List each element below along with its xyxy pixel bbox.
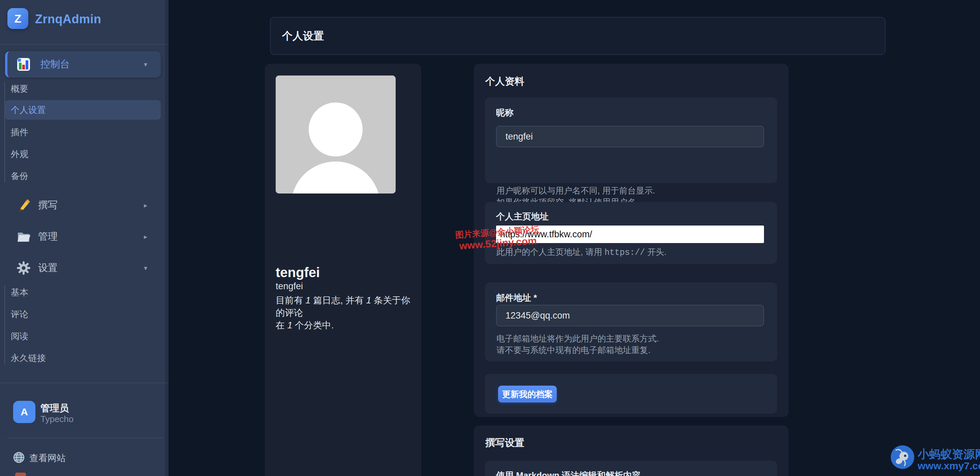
sidebar-group-settings[interactable]: 设置 ▾ (5, 255, 161, 281)
email-input[interactable] (496, 305, 764, 326)
nickname-label: 昵称 (496, 107, 514, 119)
markdown-field-card: 使用 Markdown 语法编辑和解析内容 (485, 461, 777, 476)
sidebar-item-label: 永久链接 (11, 352, 46, 364)
update-profile-button[interactable]: 更新我的档案 (498, 386, 557, 403)
sidebar-item-basic[interactable]: 基本 (5, 282, 161, 302)
globe-icon (13, 452, 25, 465)
profile-stats: 目前有 1 篇日志, 并有 1 条关于你的评论 在 1 个分类中. (276, 294, 414, 332)
brand-logo-letter: Z (14, 12, 22, 25)
bar-chart-icon (16, 57, 31, 72)
homepage-help-prefix: 此用户的个人主页地址, 请用 (496, 247, 605, 256)
sidebar-item-backup[interactable]: 备份 (5, 166, 161, 186)
sidebar: Z ZrnqAdmin 控制台 ▾ 概要 个人设置 插件 外观 备份 (0, 0, 169, 476)
email-label: 邮件地址 * (496, 292, 537, 304)
nickname-help-1: 用户昵称可以与用户名不同, 用于前台显示. (496, 185, 655, 196)
view-site-link[interactable]: 查看网站 (13, 452, 66, 465)
writing-settings-panel: 撰写设置 使用 Markdown 语法编辑和解析内容 (474, 425, 789, 476)
divider (0, 383, 169, 383)
divider (6, 438, 162, 438)
homepage-label: 个人主页地址 (496, 211, 549, 223)
sidebar-item-label: 插件 (11, 126, 28, 138)
folder-icon (16, 229, 31, 244)
homepage-input[interactable] (496, 226, 764, 243)
email-help-2: 请不要与系统中现有的电子邮箱地址重复. (496, 344, 651, 356)
nickname-field-card: 昵称 用户昵称可以与用户名不同, 用于前台显示. 如果你将此项留空, 将默认使用… (485, 97, 777, 183)
profile-avatar-placeholder (276, 75, 396, 194)
section-heading-writing: 撰写设置 (485, 436, 524, 450)
sidebar-item-reading[interactable]: 阅读 (5, 326, 161, 346)
sidebar-group-label: 控制台 (40, 58, 70, 71)
avatar: A (13, 401, 35, 423)
stats-text: 目前有 (276, 295, 305, 306)
user-platform: Typecho (40, 414, 73, 424)
avatar-letter: A (21, 406, 28, 418)
profile-form-panel: 个人资料 昵称 用户昵称可以与用户名不同, 用于前台显示. 如果你将此项留空, … (474, 64, 789, 417)
section-heading-profile: 个人资料 (485, 75, 524, 88)
chevron-right-icon: ▸ (144, 232, 147, 241)
sidebar-item-comments[interactable]: 评论 (5, 304, 161, 324)
gear-icon (16, 261, 31, 275)
sidebar-item-label: 概要 (11, 83, 28, 95)
sidebar-item-label: 基本 (11, 287, 28, 298)
chevron-right-icon: ▸ (144, 201, 147, 209)
homepage-help-suffix: 开头. (645, 247, 667, 256)
profile-summary-card: tengfei tengfei 目前有 1 篇日志, 并有 1 条关于你的评论 … (265, 64, 421, 476)
sidebar-group-label: 撰写 (38, 199, 57, 212)
email-help-1: 电子邮箱地址将作为此用户的主要联系方式. (496, 333, 659, 344)
stats-text: 个分类中. (293, 320, 334, 330)
profile-username: tengfei (276, 281, 303, 291)
stats-count-categories: 1 (288, 320, 293, 330)
watermark-site-url: www.xmy7.com (918, 460, 980, 471)
sidebar-item-overview[interactable]: 概要 (5, 79, 161, 99)
sidebar-item-label: 阅读 (11, 330, 28, 342)
chevron-down-icon: ▾ (144, 264, 147, 272)
sidebar-scrollbar[interactable] (165, 0, 169, 476)
sidebar-item-label: 外观 (11, 148, 28, 160)
profile-display-name: tengfei (276, 265, 320, 280)
user-name: 管理员 (40, 402, 69, 415)
sidebar-group-label: 设置 (38, 261, 57, 275)
stats-text: 在 (276, 320, 288, 330)
page-header-card: 个人设置 (270, 17, 886, 55)
homepage-help: 此用户的个人主页地址, 请用 https:// 开头. (496, 247, 667, 258)
brand-logo: Z (7, 8, 28, 29)
sidebar-item-appearance[interactable]: 外观 (5, 144, 161, 164)
logout-icon[interactable] (15, 473, 26, 476)
sidebar-item-permalinks[interactable]: 永久链接 (5, 348, 161, 368)
sidebar-item-label: 个人设置 (11, 104, 46, 116)
page-title: 个人设置 (282, 29, 324, 43)
watermark-site: 小蚂蚁资源网 www.xmy7.com (891, 445, 914, 470)
sidebar-group-console[interactable]: 控制台 ▾ (5, 51, 161, 78)
sidebar-group-label: 管理 (38, 230, 57, 244)
stats-text: 篇日志, 并有 (311, 295, 366, 306)
ant-logo-icon (891, 464, 914, 470)
homepage-help-code: https:// (605, 248, 645, 258)
sidebar-item-personal-settings[interactable]: 个人设置 (5, 100, 161, 120)
stats-count-comments: 1 (366, 295, 371, 306)
pencil-icon (16, 198, 31, 213)
chevron-down-icon: ▾ (144, 60, 147, 68)
markdown-label: 使用 Markdown 语法编辑和解析内容 (496, 470, 641, 476)
homepage-field-card: 个人主页地址 此用户的个人主页地址, 请用 https:// 开头. (485, 202, 777, 264)
sidebar-item-label: 备份 (11, 170, 28, 182)
divider (0, 44, 169, 45)
brand-title: ZrnqAdmin (35, 12, 101, 26)
nickname-input[interactable] (496, 126, 764, 147)
submit-card: 更新我的档案 (485, 374, 777, 414)
email-field-card: 邮件地址 * 电子邮箱地址将作为此用户的主要联系方式. 请不要与系统中现有的电子… (485, 282, 777, 361)
sidebar-group-write[interactable]: 撰写 ▸ (5, 192, 161, 218)
view-site-label: 查看网站 (29, 452, 66, 464)
stats-count-posts: 1 (305, 295, 311, 306)
sidebar-item-label: 评论 (11, 309, 28, 320)
sidebar-item-plugins[interactable]: 插件 (5, 123, 161, 142)
sidebar-group-manage[interactable]: 管理 ▸ (5, 223, 161, 250)
